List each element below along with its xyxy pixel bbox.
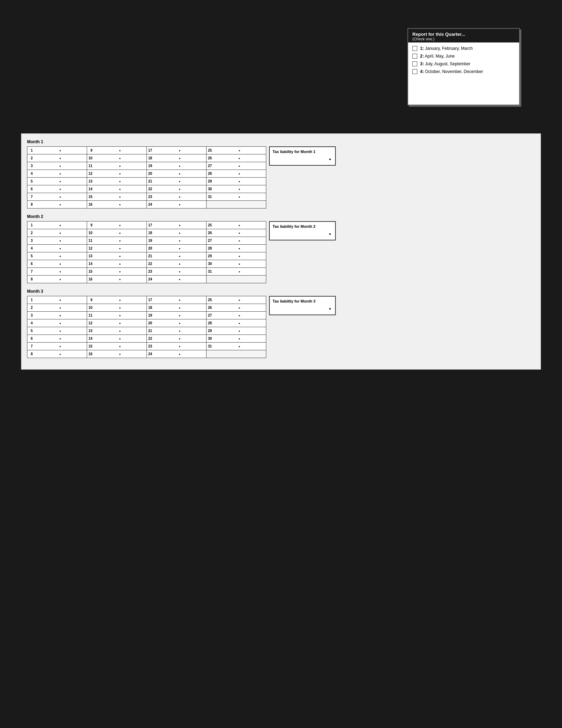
day-cell[interactable]: 9■ [87,147,147,154]
quarter-checkbox-3[interactable] [412,61,417,66]
day-cell[interactable]: 22■ [147,260,207,268]
day-cell[interactable]: 31■ [207,268,266,276]
day-cell[interactable]: 1■ [27,147,87,154]
day-cell[interactable]: 7■ [27,343,87,350]
day-cell[interactable]: 26■ [207,154,266,162]
day-cell[interactable]: 10■ [87,154,147,162]
day-cell[interactable]: 16■ [87,350,147,358]
day-cell[interactable]: 27■ [207,162,266,170]
day-cell[interactable]: 27■ [207,312,266,319]
day-cell[interactable]: 19■ [147,162,207,170]
day-cell[interactable]: 1■ [27,221,87,229]
day-cell[interactable]: 26■ [207,229,266,237]
day-cell[interactable]: 15■ [87,193,147,201]
day-cell[interactable]: 28■ [207,245,266,252]
day-cell[interactable]: 17■ [147,147,207,154]
quarter-checkbox-1[interactable] [412,46,417,51]
day-cell[interactable]: 5■ [27,327,87,335]
quarter-option-2[interactable]: 2: April, May, June [412,54,515,59]
day-cell[interactable]: 11■ [87,237,147,245]
day-cell[interactable]: 4■ [27,319,87,327]
day-cell[interactable]: 31■ [207,343,266,350]
day-cell[interactable]: 29■ [207,252,266,260]
day-cell[interactable]: 24■ [147,350,207,358]
day-cell[interactable]: 30■ [207,260,266,268]
day-cell[interactable]: 22■ [147,335,207,343]
day-cell[interactable]: 7■ [27,268,87,276]
day-cell[interactable]: 21■ [147,178,207,185]
day-cell[interactable]: 16■ [87,276,147,283]
day-cell[interactable]: 10■ [87,304,147,312]
day-cell[interactable]: 22■ [147,185,207,193]
day-cell[interactable]: 19■ [147,237,207,245]
day-cell[interactable]: 30■ [207,185,266,193]
day-cell[interactable]: 20■ [147,319,207,327]
day-cell[interactable]: 21■ [147,327,207,335]
day-cell[interactable]: 30■ [207,335,266,343]
day-cell[interactable]: 15■ [87,343,147,350]
day-cell[interactable]: 6■ [27,185,87,193]
day-cell[interactable]: 4■ [27,245,87,252]
day-cell[interactable]: 16■ [87,201,147,209]
day-cell[interactable]: 17■ [147,296,207,304]
day-cell[interactable]: 20■ [147,170,207,178]
day-cell[interactable]: 26■ [207,304,266,312]
day-cell[interactable]: 28■ [207,170,266,178]
day-cell[interactable]: 18■ [147,154,207,162]
day-cell[interactable]: 2■ [27,229,87,237]
day-cell[interactable]: 29■ [207,178,266,185]
day-cell[interactable]: 24■ [147,276,207,283]
day-cell[interactable]: 12■ [87,319,147,327]
day-cell[interactable]: 23■ [147,343,207,350]
quarter-option-4[interactable]: 4: October, November, December [412,69,515,74]
day-cell[interactable]: 2■ [27,304,87,312]
day-cell[interactable]: 8■ [27,276,87,283]
day-cell[interactable]: 6■ [27,335,87,343]
day-cell[interactable]: 5■ [27,252,87,260]
day-cell[interactable]: 14■ [87,335,147,343]
day-cell[interactable]: 25■ [207,296,266,304]
day-cell[interactable]: 8■ [27,201,87,209]
day-cell[interactable]: 13■ [87,327,147,335]
day-cell[interactable]: 14■ [87,185,147,193]
day-cell[interactable]: 14■ [87,260,147,268]
day-cell[interactable]: 13■ [87,178,147,185]
day-cell[interactable]: 15■ [87,268,147,276]
day-cell[interactable]: 19■ [147,312,207,319]
day-cell[interactable]: 13■ [87,252,147,260]
day-cell[interactable]: 25■ [207,147,266,154]
day-cell[interactable]: 23■ [147,193,207,201]
day-cell[interactable]: 25■ [207,221,266,229]
day-cell[interactable]: 4■ [27,170,87,178]
day-cell[interactable]: 11■ [87,312,147,319]
day-cell[interactable]: 6■ [27,260,87,268]
day-cell[interactable]: 18■ [147,304,207,312]
day-cell[interactable]: 20■ [147,245,207,252]
day-cell[interactable]: 29■ [207,327,266,335]
day-cell[interactable]: 2■ [27,154,87,162]
day-cell[interactable]: 1■ [27,296,87,304]
quarter-option-3[interactable]: 3: July, August, September [412,61,515,66]
day-cell[interactable]: 9■ [87,221,147,229]
day-cell[interactable]: 18■ [147,229,207,237]
day-cell[interactable]: 27■ [207,237,266,245]
day-cell[interactable]: 23■ [147,268,207,276]
day-cell[interactable]: 3■ [27,162,87,170]
day-cell[interactable]: 21■ [147,252,207,260]
day-cell[interactable]: 28■ [207,319,266,327]
quarter-checkbox-2[interactable] [412,54,417,59]
day-cell[interactable]: 11■ [87,162,147,170]
day-cell[interactable]: 12■ [87,245,147,252]
day-cell[interactable]: 9■ [87,296,147,304]
quarter-checkbox-4[interactable] [412,69,417,74]
quarter-option-1[interactable]: 1: January, February, March [412,46,515,51]
day-cell[interactable]: 24■ [147,201,207,209]
day-cell[interactable]: 10■ [87,229,147,237]
day-cell[interactable]: 3■ [27,312,87,319]
day-cell[interactable]: 3■ [27,237,87,245]
day-cell[interactable]: 5■ [27,178,87,185]
day-cell[interactable]: 8■ [27,350,87,358]
day-cell[interactable]: 7■ [27,193,87,201]
day-cell[interactable]: 12■ [87,170,147,178]
day-cell[interactable]: 31■ [207,193,266,201]
